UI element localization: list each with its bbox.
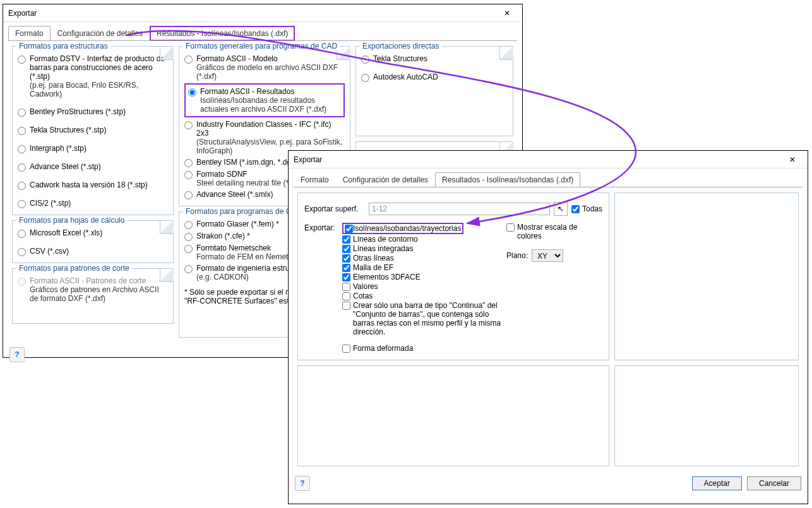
radio-option[interactable]: Formato ASCII - ResultadosIsolíneas/Isob… — [184, 83, 345, 117]
radio-option[interactable]: Cadwork hasta la versión 18 (*.stp) — [18, 179, 168, 191]
tabstrip: Formato Configuración de detalles Result… — [289, 168, 808, 187]
panel-bottom-right — [614, 365, 799, 466]
radio-option: Formato ASCII - Patrones de corteGráfico… — [18, 275, 168, 304]
help-button[interactable]: ? — [9, 347, 25, 362]
check-option[interactable]: Otras líneas — [342, 254, 503, 263]
check-option[interactable]: Crear sólo una barra de tipo "Continua" … — [342, 301, 503, 336]
tabstrip: Formato Configuración de detalles Result… — [3, 22, 522, 41]
check-option[interactable]: Isolíneas/isobandas/trayectorias — [342, 223, 503, 234]
plane-label: Plano: — [506, 251, 528, 260]
radio-option[interactable]: Bentley ProStructures (*.stp) — [18, 106, 168, 118]
radio-option[interactable]: Advance Steel (*.stp) — [18, 161, 168, 173]
group-hojas: Formatos para hojas de cálculo Microsoft… — [12, 220, 174, 263]
titlebar: Exportar ✕ — [289, 151, 808, 168]
export-dialog-2: Exportar ✕ Formato Configuración de deta… — [288, 150, 808, 504]
group-side — [614, 192, 799, 360]
tab-resultados[interactable]: Resultados - Isolíneas/Isobandas (.dxf) — [435, 172, 580, 187]
close-icon: ✕ — [504, 9, 510, 18]
dialog-title: Exportar — [294, 155, 322, 164]
group-main: Exportar superf. ↖ Todas Exportar: Isolí… — [297, 192, 609, 360]
close-button[interactable]: ✕ — [780, 153, 805, 167]
radio-option[interactable]: CSV (*.csv) — [18, 245, 168, 257]
tab-config[interactable]: Configuración de detalles — [336, 172, 435, 187]
check-option[interactable]: Cotas — [342, 292, 503, 300]
help-icon: ? — [300, 479, 304, 488]
pick-button[interactable]: ↖ — [554, 202, 568, 216]
radio-option[interactable]: Formato DSTV - Interfaz de producto de b… — [18, 53, 168, 100]
radio-option[interactable]: Microsoft Excel (*.xls) — [18, 227, 168, 239]
group-patrones: Formatos para patrones de corte Formato … — [12, 268, 174, 324]
check-option[interactable]: Líneas de contorno — [342, 235, 503, 244]
radio-option[interactable]: Formato ASCII - ModeloGráficos de modelo… — [184, 53, 345, 82]
check-option[interactable]: Forma deformada — [342, 344, 503, 353]
ok-button[interactable]: Aceptar — [692, 476, 742, 490]
tab-formato[interactable]: Formato — [294, 172, 336, 187]
plane-select[interactable]: XY — [532, 249, 563, 262]
radio-option[interactable]: Tekla Structures (*.stp) — [18, 124, 168, 136]
group-title: Exportaciones directas — [360, 42, 441, 50]
scale-check[interactable]: Mostrar escala de colores — [506, 223, 602, 240]
group-title: Formatos generales para programas de CAD — [183, 42, 340, 50]
dialog-title: Exportar — [8, 9, 37, 18]
cursor-icon: ↖ — [558, 204, 564, 213]
tab-body: Exportar superf. ↖ Todas Exportar: Isolí… — [294, 187, 803, 471]
dialog-footer: ? Aceptar Cancelar — [289, 472, 808, 495]
tab-resultados[interactable]: Resultados - Isolíneas/Isobandas (.dxf) — [150, 26, 295, 41]
help-button[interactable]: ? — [295, 476, 310, 491]
radio-option[interactable]: Tekla Structures — [361, 53, 508, 65]
check-option[interactable]: Líneas integradas — [342, 244, 503, 253]
check-option[interactable]: Elementos 3DFACE — [342, 273, 503, 281]
tab-config[interactable]: Configuración de detalles — [51, 26, 150, 41]
radio-option[interactable]: CIS/2 (*.stp) — [18, 198, 168, 210]
cancel-button[interactable]: Cancelar — [747, 476, 801, 490]
radio-option[interactable]: Autodesk AutoCAD — [361, 71, 508, 83]
group-title: Formatos para estructuras — [16, 42, 110, 50]
group-estructuras: Formatos para estructuras Formato DSTV -… — [12, 46, 174, 215]
all-check[interactable]: Todas — [571, 204, 602, 213]
surf-label: Exportar superf. — [304, 204, 365, 213]
group-title: Formatos para patrones de corte — [16, 264, 132, 273]
surf-input[interactable] — [369, 203, 550, 215]
tab-formato[interactable]: Formato — [8, 26, 51, 41]
close-icon: ✕ — [789, 155, 796, 164]
titlebar: Exportar ✕ — [3, 4, 522, 22]
help-icon: ? — [15, 350, 19, 359]
check-option[interactable]: Valores — [342, 282, 503, 291]
check-option[interactable]: Malla de EF — [342, 263, 503, 272]
radio-option[interactable]: Intergraph (*.stp) — [18, 143, 168, 155]
export-label: Exportar: — [304, 222, 338, 232]
panel-bottom-left — [297, 365, 609, 466]
group-directas: Exportaciones directas Tekla StructuresA… — [355, 46, 513, 136]
group-title: Formatos para hojas de cálculo — [16, 216, 127, 225]
close-button[interactable]: ✕ — [494, 6, 520, 20]
